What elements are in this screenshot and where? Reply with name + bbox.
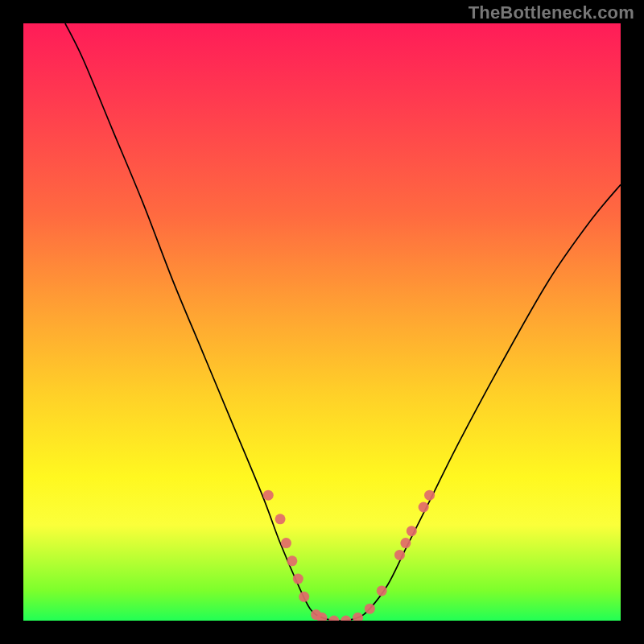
curve-marker	[275, 514, 286, 524]
curve-marker	[293, 574, 303, 584]
curve-marker	[341, 616, 351, 621]
curve-marker	[287, 555, 297, 566]
curve-marker	[299, 592, 309, 602]
curve-marker	[328, 616, 339, 621]
plot-area	[23, 23, 621, 621]
bottleneck-curve	[65, 23, 621, 621]
curve-layer	[23, 23, 621, 621]
attribution-watermark: TheBottleneck.com	[469, 2, 634, 23]
curve-marker	[263, 490, 274, 501]
curve-marker	[377, 585, 387, 596]
curve-marker	[419, 502, 429, 513]
curve-marker	[281, 538, 291, 548]
curve-marker	[407, 526, 417, 536]
curve-markers	[263, 490, 435, 621]
curve-marker	[365, 604, 375, 614]
curve-marker	[400, 538, 411, 548]
chart-container: TheBottleneck.com	[0, 0, 644, 644]
curve-marker	[353, 613, 363, 621]
curve-marker	[424, 490, 435, 501]
curve-marker	[394, 550, 405, 560]
